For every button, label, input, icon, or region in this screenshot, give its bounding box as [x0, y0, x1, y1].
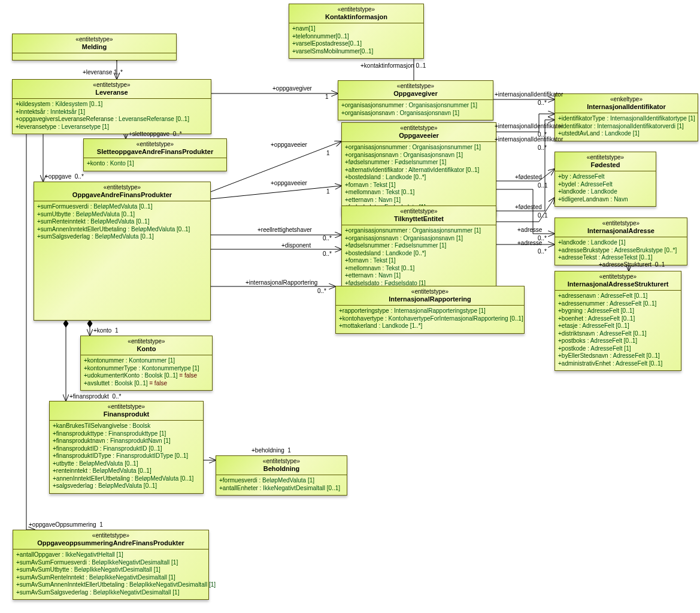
attr-row: +kildesystem : Kildesystem [0..1]: [16, 101, 208, 108]
attrs: +organisasjonsnummer : Organisasjonsnumm…: [342, 142, 496, 215]
attrs: +identifikatorType : InternasjonalIdenti…: [555, 113, 698, 141]
attr-row: +varselSmsMobilnummer[0..1]: [292, 48, 420, 56]
attr-row: +bygning : AdresseFelt [0..1]: [558, 307, 678, 315]
assoc-intid-2c: 0..*: [538, 131, 547, 138]
entity-oppgaveoppsummering: «entitetstype» OppgaveoppsummeringAndreF…: [13, 530, 209, 600]
attr-row: +mellomnavn : Tekst [0..1]: [345, 189, 493, 197]
attr-row: +utbytte : BeløpMedValuta [0..1]: [53, 460, 200, 468]
assoc-adresse-1c: 0..*: [538, 235, 547, 241]
attr-row: +navn[1]: [292, 25, 420, 33]
entity-oppgaveeier: «entitetstype» Oppgaveeier +organisasjon…: [341, 122, 496, 215]
assoc-intid-2: +internasjonalIdentifikator: [495, 123, 563, 129]
entity-konto: «entitetstype» Konto +kontonummer : Kont…: [80, 336, 213, 391]
entity-title: OppgaveoppsummeringAndreFinansProdukter: [16, 539, 206, 547]
svg-line-8: [211, 186, 341, 199]
attr-row: +rapporteringstype : InternasjonalRappor…: [339, 307, 521, 315]
assoc-oppsum: +oppgaveOppsummering 1: [29, 521, 103, 528]
assoc-intrap: +internasjonalRapportering: [246, 279, 317, 286]
uml-diagram-canvas: «entitetstype» Melding «entitetstype» Ko…: [0, 0, 700, 613]
entity-title: InternasjonalIdentifikator: [557, 103, 695, 111]
assoc-disponent: +disponent: [281, 242, 311, 249]
attr-row: +identifikator : InternasjonalIdentifika…: [558, 123, 695, 131]
attr-row: +sumSalgsvederlag : BeløpMedValuta [0..1…: [37, 233, 207, 241]
stereotype: «entitetstype»: [344, 125, 493, 132]
assoc-adresse-2c: 0..*: [538, 248, 547, 255]
stereotype: «entitetstype»: [341, 83, 490, 90]
entity-title: Leveranse: [15, 89, 208, 96]
attr-row: +organisasjonsnummer : Organisasjonsnumm…: [345, 144, 493, 152]
attr-row: +sumUtbytte : BeløpMedValuta [0..1]: [37, 211, 207, 219]
assoc-adresse-1: +adresse: [517, 227, 542, 233]
stereotype: «entitetstype»: [52, 403, 201, 410]
assoc-konto: +konto 1: [93, 327, 118, 334]
assoc-intid-3c: 0..*: [538, 144, 547, 151]
attr-row: +antallEnheter : IkkeNegativtDesimaltall…: [219, 485, 344, 493]
attr-row: +etternavn : Navn [1]: [345, 197, 493, 204]
attr-row: +organisasjonsnummer : Organisasjonsnumm…: [345, 227, 493, 235]
entity-title: Fødested: [557, 161, 653, 169]
attr-row: +konto : Konto [1]: [87, 160, 223, 168]
attr-row: +adresseTekst : AdresseTekst [0..1]: [558, 254, 684, 262]
entity-leveranse: «entitetstype» Leveranse +kildesystem : …: [12, 79, 211, 134]
entity-melding: «entitetstype» Melding: [12, 34, 177, 61]
stereotype: «entitetstype»: [219, 458, 344, 465]
attr-row: +byEllerStedsnavn : AdresseFelt [0..1]: [558, 352, 678, 360]
entity-fodested: «entitetstype» Fødested +by : AdresseFel…: [554, 152, 656, 207]
attr-row: +bostedsland : Landkode [0..*]: [345, 174, 493, 182]
stereotype: «enkeltype»: [557, 96, 695, 103]
entity-finansprodukt: «entitetstype» Finansprodukt +kanBrukesT…: [49, 401, 204, 494]
attr-row: +Inntektsår : Inntektsår [1]: [16, 108, 208, 116]
attr-row: +fornavn : Tekst [1]: [345, 257, 493, 265]
entity-title: Finansprodukt: [52, 410, 201, 418]
assoc-leveranse: +leveranse 1..*: [83, 69, 123, 76]
attr-row: +mottakerland : Landkode [1..*]: [339, 322, 521, 330]
stereotype: «entitetstype»: [292, 6, 421, 13]
attr-row: +utstedtAvLand : Landkode [1]: [558, 130, 695, 138]
attr-row: +kontohavertype : KontohavertypeForInter…: [339, 315, 521, 323]
assoc-fodested-2: +fødested: [515, 204, 542, 210]
attr-row: +distriktsnavn : AdresseFelt [0..1]: [558, 330, 678, 338]
stereotype: «entitetstype»: [15, 36, 174, 43]
attr-row: +bostedsland : Landkode [0..*]: [345, 250, 493, 258]
entity-beholdning: «entitetstype» Beholdning +formuesverdi …: [216, 455, 347, 496]
entity-title: Kontaktinformasjon: [292, 13, 421, 21]
attr-row: +adressenavn : AdresseFelt [0..1]: [558, 292, 678, 300]
entity-title: TilknyttetEntitet: [344, 215, 493, 223]
svg-line-7: [211, 141, 341, 192]
entity-title: OppgaveAndreFinansProdukter: [37, 191, 208, 199]
attr-row: +sumAvSumFormuesverdi : BeløpIkkeNegativ…: [16, 559, 205, 567]
stereotype: «entitetstype»: [86, 141, 224, 148]
assoc-oppgaveeier-2: +oppgaveeier: [271, 180, 307, 186]
entity-tilknyttet-entitet: «entitetstype» TilknyttetEntitet +organi…: [341, 206, 496, 291]
entity-title: Oppgaveeier: [344, 132, 493, 140]
assoc-intid-3: +internasjonalIdentifikator: [495, 136, 563, 143]
assoc-adresse-2: +adresse: [517, 240, 542, 246]
attrs: +kanBrukesTilSelvangivelse : Boolsk+fina…: [50, 421, 203, 493]
attrs: +sumFormuesverdi : BeløpMedValuta [0..1]…: [34, 201, 210, 244]
attr-row: +udokumentertKonto : Boolsk [0..1] = fal…: [84, 372, 209, 380]
stereotype: «entitetstype»: [16, 532, 206, 539]
attr-row: +tidligereLandnavn : Navn: [558, 196, 653, 204]
entity-title: SletteoppgaveAndreFinansProdukter: [86, 148, 224, 156]
attr-row: +identifikatorType : InternasjonalIdenti…: [558, 115, 695, 123]
attr-row: +sumFormuesverdi : BeløpMedValuta [0..1]: [37, 203, 207, 211]
assoc-intid-1: +internasjonalIdentifikator: [495, 91, 563, 98]
entity-internasjonal-rapportering: «entitetstype» InternasjonalRapportering…: [335, 286, 525, 334]
attr-row: +boenhet : AdresseFelt [0..1]: [558, 315, 678, 323]
attrs: +konto : Konto [1]: [84, 158, 226, 171]
attr-row: +finansproduktIDType : FinansproduktIDTy…: [53, 452, 200, 460]
assoc-oppgaveeier-1: +oppgaveeier: [271, 141, 307, 148]
assoc-fodested-2c: 0..1: [538, 212, 548, 219]
attr-row: +telefonnummer[0..1]: [292, 33, 420, 41]
attrs: +rapporteringstype : InternasjonalRappor…: [336, 306, 524, 333]
attr-row: +kontonummer : Kontonummer [1]: [84, 357, 209, 365]
assoc-finans: +finansprodukt 0..*: [69, 393, 121, 400]
attr-row: +postkode : AdresseFelt [1]: [558, 345, 678, 353]
entity-title: InternasjonalAdresseStrukturert: [557, 280, 678, 288]
attrs: +by : AdresseFelt+bydel : AdresseFelt+la…: [555, 171, 656, 206]
attr-row: +alternativIdentifikator : AlternativIde…: [345, 167, 493, 174]
stereotype: «entitetstype»: [15, 81, 208, 89]
attrs: +antallOppgaver : IkkeNegativtHeltall [1…: [13, 549, 208, 599]
attr-row: +kanBrukesTilSelvangivelse : Boolsk: [53, 422, 200, 430]
entity-sletteoppgave: «entitetstype» SletteoppgaveAndreFinansP…: [83, 138, 227, 171]
